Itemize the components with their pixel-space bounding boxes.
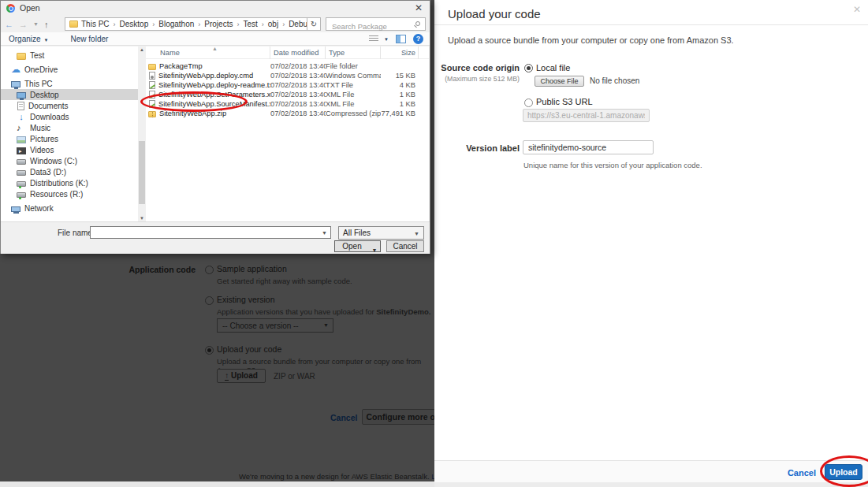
sidebar-item-videos[interactable]: Videos <box>1 144 146 155</box>
network-drive-icon <box>17 181 26 187</box>
refresh-icon[interactable]: ↻ <box>307 17 321 31</box>
version-label-input[interactable] <box>523 140 654 154</box>
column-header-name[interactable]: Name <box>146 46 270 59</box>
file-row-deploy-cmd[interactable]: SitefinityWebApp.deploy.cmd 07/02/2018 1… <box>146 71 429 80</box>
file-row-packagetmp[interactable]: PackageTmp 07/02/2018 13:40 File folder <box>146 61 429 71</box>
drive-icon <box>17 170 26 176</box>
view-options-button[interactable]: ▼ <box>369 35 389 43</box>
sidebar-item-windows-c[interactable]: Windows (C:) <box>1 155 146 166</box>
breadcrumb-item[interactable]: obj <box>268 20 289 28</box>
network-icon <box>11 206 20 212</box>
column-header-type[interactable]: Type <box>326 46 381 59</box>
sidebar-item-this-pc[interactable]: This PC <box>1 78 146 89</box>
local-file-radio[interactable] <box>524 64 533 72</box>
choose-file-button[interactable]: Choose File <box>535 76 584 87</box>
breadcrumb-item[interactable]: Test <box>243 20 267 28</box>
open-button[interactable]: Open <box>334 240 370 252</box>
zip-file-icon <box>148 111 156 117</box>
txt-file-icon <box>149 81 155 89</box>
public-s3-label: Public S3 URL <box>536 97 593 106</box>
column-header-date[interactable]: Date modified <box>270 46 326 59</box>
sidebar-item-desktop[interactable]: Desktop <box>1 89 146 100</box>
sidebar-item-onedrive[interactable]: ☁OneDrive <box>1 64 146 75</box>
cmd-file-icon <box>149 72 155 80</box>
chevron-down-icon: ▼ <box>414 231 419 236</box>
local-file-label: Local file <box>536 63 570 72</box>
back-arrow-icon[interactable]: ← <box>5 20 13 29</box>
file-row-sourcemanifest[interactable]: SitefinityWebApp.SourceManifest.xml 07/0… <box>146 99 429 109</box>
preview-pane-icon[interactable] <box>396 35 406 43</box>
file-row-deploy-readme[interactable]: SitefinityWebApp.deploy-readme.txt 07/02… <box>146 80 429 90</box>
scroll-up-icon[interactable]: ▲ <box>138 47 146 52</box>
modal-divider <box>434 24 868 25</box>
sidebar-item-test[interactable]: Test <box>1 50 146 61</box>
search-input[interactable] <box>330 21 412 32</box>
sidebar-item-documents[interactable]: Documents <box>1 100 146 111</box>
dialog-cancel-button[interactable]: Cancel <box>386 240 424 252</box>
file-name-label: File name: <box>58 229 95 237</box>
modal-cancel-link[interactable]: Cancel <box>788 468 816 478</box>
file-type-select[interactable]: All Files▼ <box>338 226 424 240</box>
modal-title: Upload your code <box>448 7 541 20</box>
close-icon[interactable]: ✕ <box>415 2 423 13</box>
max-size-hint: (Maximum size 512 MB) <box>434 75 520 83</box>
view-list-icon <box>369 35 378 43</box>
sidebar-item-data3-d[interactable]: Data3 (D:) <box>1 166 146 177</box>
sidebar-item-music[interactable]: ♪Music <box>1 122 146 133</box>
sidebar-scrollbar[interactable]: ▲ ▼ <box>138 46 146 221</box>
up-arrow-icon[interactable]: ↑ <box>44 20 49 29</box>
forward-arrow-icon[interactable]: → <box>19 20 28 29</box>
chevron-down-icon[interactable]: ▼ <box>322 230 327 236</box>
sidebar-item-network[interactable]: Network <box>1 203 146 214</box>
public-s3-radio[interactable] <box>524 99 533 107</box>
breadcrumb-item[interactable]: This PC <box>81 20 120 28</box>
s3-url-input[interactable] <box>523 109 650 122</box>
drive-icon <box>17 159 26 165</box>
scroll-down-icon[interactable]: ▼ <box>138 216 146 221</box>
computer-icon <box>11 81 20 87</box>
search-icon <box>415 21 420 26</box>
upload-button[interactable]: Upload <box>825 464 862 480</box>
pictures-icon <box>17 136 26 143</box>
breadcrumb-item[interactable]: Debug <box>289 20 307 28</box>
file-row-setparameters[interactable]: SitefinityWebApp.SetParameters.xml 07/02… <box>146 90 429 99</box>
organize-menu[interactable]: Organize▼ <box>9 35 49 43</box>
chrome-icon <box>6 4 15 13</box>
dialog-toolbar: Organize▼ New folder ▼ ? <box>1 32 430 46</box>
file-name-input[interactable] <box>94 231 318 240</box>
dialog-title: Open <box>20 3 40 13</box>
sidebar-item-resources-r[interactable]: Resources (R:) <box>1 188 146 199</box>
scrollbar-thumb[interactable] <box>139 141 145 204</box>
chevron-down-icon: ▼ <box>44 38 49 43</box>
no-file-chosen-text: No file chosen <box>590 76 639 85</box>
sidebar-item-pictures[interactable]: Pictures <box>1 133 146 144</box>
breadcrumb-item[interactable]: Blogathon <box>158 20 204 28</box>
dialog-titlebar[interactable]: Open ✕ <box>1 1 430 16</box>
search-box <box>326 17 426 31</box>
xml-file-icon <box>149 91 155 99</box>
sidebar-item-downloads[interactable]: ↓Downloads <box>1 111 146 122</box>
folder-icon <box>17 53 26 60</box>
open-button-dropdown[interactable]: ▼ <box>369 240 381 252</box>
breadcrumb-item[interactable]: Projects <box>204 20 243 28</box>
navigation-pane: Test ☁OneDrive This PC Desktop Documents… <box>1 46 146 221</box>
new-folder-button[interactable]: New folder <box>71 35 109 43</box>
chevron-down-icon: ▼ <box>372 247 378 253</box>
breadcrumb[interactable]: This PC Desktop Blogathon Projects Test … <box>65 17 307 31</box>
close-icon[interactable]: ✕ <box>853 4 861 15</box>
upload-code-modal: Upload your code ✕ Upload a source bundl… <box>434 0 868 487</box>
sidebar-item-distributions-k[interactable]: Distributions (K:) <box>1 177 146 188</box>
folder-icon <box>69 20 78 28</box>
column-header-size[interactable]: Size <box>381 46 419 59</box>
open-file-dialog: Open ✕ ← → ▼ ↑ This PC Desktop Blogathon… <box>0 0 430 254</box>
file-list: Name Date modified Type Size ▲ PackageTm… <box>146 46 429 221</box>
help-icon[interactable]: ? <box>413 34 423 44</box>
xml-file-icon <box>149 100 155 108</box>
network-drive-icon <box>17 192 26 198</box>
version-label-label: Version label <box>434 143 520 153</box>
dialog-footer: File name: ▼ All Files▼ Open ▼ Cancel <box>1 221 430 254</box>
file-row-webapp-zip[interactable]: SitefinityWebApp.zip 07/02/2018 13:40 Co… <box>146 109 429 118</box>
recent-locations-icon[interactable]: ▼ <box>33 21 39 27</box>
modal-bottom-strip <box>434 482 868 487</box>
breadcrumb-item[interactable]: Desktop <box>120 20 159 28</box>
